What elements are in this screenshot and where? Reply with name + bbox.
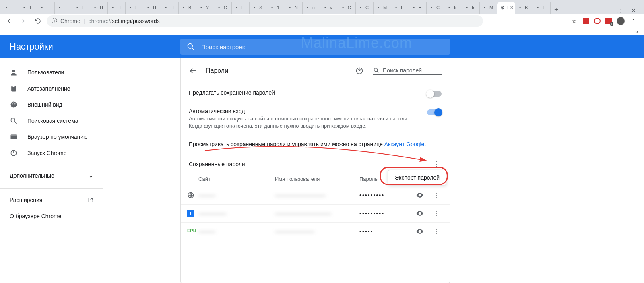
- site-cell[interactable]: —————: [198, 210, 275, 217]
- tab-title: В: [188, 5, 191, 10]
- page-title: Пароли: [206, 67, 347, 74]
- offer-save-toggle[interactable]: [427, 91, 442, 97]
- bookmark-star-icon[interactable]: ☆: [570, 17, 578, 25]
- forward-button[interactable]: [18, 15, 29, 27]
- site-cell[interactable]: ———: [198, 228, 275, 235]
- browser-icon: [10, 133, 18, 141]
- back-arrow-button[interactable]: [189, 66, 198, 75]
- svg-point-6: [13, 103, 14, 104]
- new-tab-button[interactable]: ＋: [551, 5, 562, 14]
- tab[interactable]: ▪Н: [90, 2, 108, 14]
- password-search[interactable]: [373, 67, 442, 75]
- settings-header: Настройки MalinaLime.com: [0, 35, 644, 58]
- tab-favicon: ▪: [393, 4, 399, 11]
- tab[interactable]: ▪С: [214, 2, 232, 14]
- tab[interactable]: ▪: [55, 2, 72, 14]
- tab[interactable]: ▪M: [480, 2, 497, 14]
- tab[interactable]: ▪С: [356, 2, 374, 14]
- site-cell[interactable]: ———: [198, 192, 275, 198]
- tab[interactable]: ▪В: [179, 2, 196, 14]
- google-account-link[interactable]: Аккаунт Google: [384, 141, 425, 147]
- row-more-button[interactable]: ⋮: [432, 210, 442, 217]
- row-more-button[interactable]: ⋮: [432, 228, 442, 235]
- sidebar-item-default-browser[interactable]: Браузер по умолчанию: [0, 129, 103, 145]
- sidebar-item-users[interactable]: Пользователи: [0, 64, 103, 81]
- chrome-menu-icon[interactable]: ⋮: [630, 17, 638, 25]
- minimize-button[interactable]: —: [601, 7, 607, 14]
- tab-title: С: [365, 5, 369, 10]
- row-more-button[interactable]: ⋮: [432, 192, 442, 198]
- password-search-input[interactable]: [383, 67, 435, 74]
- tab[interactable]: ▪1: [267, 2, 285, 14]
- sidebar-item-autofill[interactable]: Автозаполнение: [0, 81, 103, 97]
- tab[interactable]: ▪Ir: [462, 2, 480, 14]
- extension-icon[interactable]: 1: [605, 18, 612, 24]
- tab[interactable]: ▪T: [19, 2, 37, 14]
- tab[interactable]: ▪У: [196, 2, 214, 14]
- tab[interactable]: ▪п: [303, 2, 320, 14]
- sidebar-item-label: Браузер по умолчанию: [27, 134, 88, 140]
- setting-title: Предлагать сохранение паролей: [189, 89, 419, 96]
- tab[interactable]: ▪Н: [161, 2, 179, 14]
- close-icon[interactable]: ✕: [510, 5, 514, 10]
- palette-icon: [10, 101, 18, 109]
- tab[interactable]: ▪Г: [232, 2, 250, 14]
- settings-search[interactable]: MalinaLime.com: [180, 39, 450, 55]
- reload-button[interactable]: [32, 15, 43, 27]
- tab[interactable]: ▪В: [515, 2, 533, 14]
- tab-title: М: [383, 5, 387, 10]
- tab[interactable]: ▪C: [338, 2, 356, 14]
- sidebar-item-appearance[interactable]: Внешний вид: [0, 97, 103, 113]
- sidebar-about-link[interactable]: О браузере Chrome: [0, 208, 103, 224]
- profile-avatar[interactable]: [617, 17, 625, 25]
- sidebar-item-startup[interactable]: Запуск Chrome: [0, 145, 103, 161]
- tab[interactable]: ▪С: [427, 2, 444, 14]
- active-tab[interactable]: ⚙ Н ✕: [497, 2, 515, 14]
- show-password-button[interactable]: [416, 191, 432, 199]
- auto-login-toggle[interactable]: [427, 109, 442, 115]
- info-text: Просматривать сохраненные пароли и управ…: [189, 141, 384, 147]
- password-row: f———————————————•••••••••⋮: [181, 204, 450, 222]
- tab[interactable]: ▪Н: [72, 2, 90, 14]
- help-icon[interactable]: [355, 67, 365, 75]
- tab[interactable]: ▪Н: [143, 2, 161, 14]
- tab[interactable]: ▪f: [391, 2, 409, 14]
- show-password-button[interactable]: [416, 209, 432, 217]
- extension-icon[interactable]: [583, 18, 589, 24]
- tab[interactable]: ▪: [2, 2, 19, 14]
- omnibox[interactable]: ⓘ Chrome | chrome://settings/passwords: [47, 15, 483, 27]
- site-favicon: f: [187, 210, 195, 217]
- close-window-button[interactable]: ✕: [631, 7, 636, 14]
- tab[interactable]: ▪Н: [108, 2, 126, 14]
- svg-point-1: [12, 70, 15, 72]
- tab[interactable]: ▪Ir: [444, 2, 462, 14]
- tab[interactable]: ▪В: [409, 2, 427, 14]
- maximize-button[interactable]: ▢: [616, 7, 621, 14]
- tab[interactable]: ▪: [37, 2, 55, 14]
- tab-title: Н: [100, 5, 103, 10]
- tab[interactable]: ▪v: [320, 2, 338, 14]
- sidebar-item-search[interactable]: Поисковая система: [0, 113, 103, 129]
- tab-favicon: ▪: [517, 4, 523, 11]
- show-password-button[interactable]: [416, 227, 432, 235]
- export-passwords-menu-item[interactable]: Экспорт паролей: [388, 170, 446, 185]
- tab[interactable]: ▪М: [374, 2, 391, 14]
- sidebar-advanced-toggle[interactable]: Дополнительные ⌄: [0, 166, 103, 185]
- tab[interactable]: ▪Н: [126, 2, 143, 14]
- settings-search-input[interactable]: [201, 43, 444, 50]
- more-actions-button[interactable]: ⋮: [432, 160, 442, 168]
- overflow-indicator[interactable]: »: [0, 28, 644, 35]
- tab-title: Г: [242, 5, 244, 10]
- tab[interactable]: ▪N: [285, 2, 303, 14]
- site-info-icon[interactable]: ⓘ: [52, 17, 57, 25]
- tab[interactable]: ▪T: [533, 2, 551, 14]
- search-icon: [10, 117, 18, 125]
- tab[interactable]: ▪S: [250, 2, 267, 14]
- site-favicon: ЕРЦ: [187, 228, 195, 235]
- sidebar-extensions-link[interactable]: Расширения: [0, 192, 103, 208]
- extension-icon[interactable]: [594, 18, 601, 24]
- search-icon: [187, 43, 195, 51]
- back-button[interactable]: [3, 15, 14, 27]
- svg-point-5: [12, 103, 13, 105]
- tab-favicon: ▪: [535, 4, 541, 11]
